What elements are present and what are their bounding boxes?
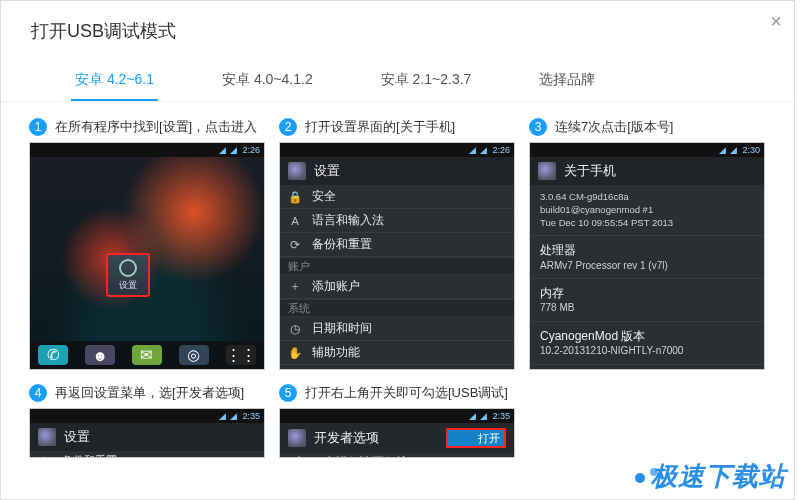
plus-icon: ＋ (288, 279, 302, 294)
back-icon (538, 162, 556, 180)
section-header: 系统 (280, 299, 514, 317)
language-icon: A (288, 215, 302, 227)
screenshot-settings-return: ◢ ◢2:35 设置 ⟳备份和重置 (29, 408, 265, 458)
tab-select-brand[interactable]: 选择品牌 (535, 63, 599, 101)
step-text: 打开右上角开关即可勾选[USB调试] (305, 384, 508, 402)
step-1: 1 在所有程序中找到[设置]，点击进入 ◢ ◢2:26 设置 ✆ ☻ ✉ ◎ ⋮… (29, 118, 265, 370)
browser-icon: ◎ (179, 345, 209, 365)
watermark: 极速下载站 (635, 459, 786, 494)
step-badge: 1 (29, 118, 47, 136)
logo-icon (635, 473, 645, 483)
step-text: 打开设置界面的[关于手机] (305, 118, 455, 136)
back-icon (288, 162, 306, 180)
backup-icon: ⟳ (38, 454, 52, 458)
screenshot-about-phone: ◢ ◢2:30 关于手机 3.0.64 CM-g9d16c8a build01@… (529, 142, 765, 370)
lock-icon: 🔒 (288, 190, 302, 204)
kernel-info: 3.0.64 CM-g9d16c8a build01@cyanogenmod #… (530, 185, 764, 236)
tab-bar: 安卓 4.2~6.1 安卓 4.0~4.1.2 安卓 2.1~2.3.7 选择品… (1, 51, 794, 102)
section-header: 账户 (280, 257, 514, 275)
screenshot-developer-options: ◢ ◢2:35 开发者选项 打开 对 SD 卡进行读写保护 程序必须申请读取 S… (279, 408, 515, 458)
page-title: 打开USB调试模式 (1, 1, 794, 51)
gear-icon (119, 259, 137, 277)
screenshot-settings-list: ◢ ◢2:26 设置 🔒安全 A语言和输入法 ⟳备份和重置 账户 ＋添加账户 系… (279, 142, 515, 370)
step-text: 连续7次点击[版本号] (555, 118, 673, 136)
apps-icon: ⋮⋮ (226, 345, 256, 365)
step-2: 2 打开设置界面的[关于手机] ◢ ◢2:26 设置 🔒安全 A语言和输入法 ⟳… (279, 118, 515, 370)
step-badge: 4 (29, 384, 47, 402)
back-icon (38, 428, 56, 446)
step-5: 5 打开右上角开关即可勾选[USB调试] ◢ ◢2:35 开发者选项 打开 对 … (279, 384, 515, 458)
step-text: 再返回设置菜单，选[开发者选项] (55, 384, 244, 402)
step-4: 4 再返回设置菜单，选[开发者选项] ◢ ◢2:35 设置 ⟳备份和重置 (29, 384, 265, 458)
close-icon[interactable]: × (770, 10, 782, 33)
back-icon (288, 429, 306, 447)
backup-icon: ⟳ (288, 238, 302, 252)
step-text: 在所有程序中找到[设置]，点击进入 (55, 118, 257, 136)
contacts-icon: ☻ (85, 345, 115, 365)
phone-icon: ✆ (38, 345, 68, 365)
clock-icon: ◷ (288, 322, 302, 336)
step-badge: 3 (529, 118, 547, 136)
tab-android-40-412[interactable]: 安卓 4.0~4.1.2 (218, 63, 317, 101)
settings-app-icon: 设置 (106, 253, 150, 297)
hand-icon: ✋ (288, 346, 302, 360)
sms-icon: ✉ (132, 345, 162, 365)
screenshot-home: ◢ ◢2:26 设置 ✆ ☻ ✉ ◎ ⋮⋮ (29, 142, 265, 370)
step-badge: 2 (279, 118, 297, 136)
developer-toggle: 打开 (446, 428, 506, 448)
step-3: 3 连续7次点击[版本号] ◢ ◢2:30 关于手机 3.0.64 CM-g9d… (529, 118, 765, 370)
tab-android-21-237[interactable]: 安卓 2.1~2.3.7 (377, 63, 476, 101)
tab-android-42-61[interactable]: 安卓 4.2~6.1 (71, 63, 158, 101)
step-badge: 5 (279, 384, 297, 402)
